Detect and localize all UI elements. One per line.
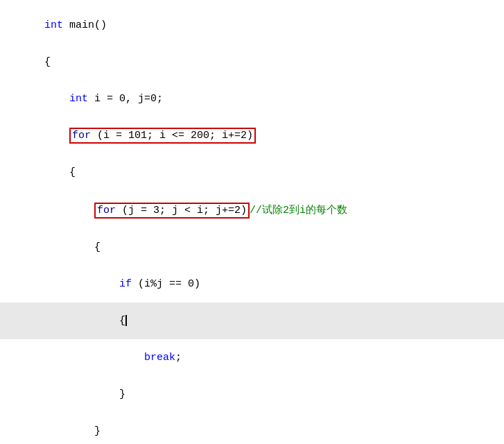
comment-1: //试除2到i的每个数 — [250, 205, 347, 216]
line-content-11: } — [0, 377, 504, 412]
code-line-11: } — [0, 376, 504, 413]
line-content-8: if (i%j == 0) — [0, 266, 504, 302]
line-content-12: } — [0, 413, 504, 444]
for-loop-1-box: for (i = 101; i <= 200; i+=2) — [69, 128, 256, 144]
line-content-1: int main() — [0, 8, 504, 43]
code-line-5: { — [0, 154, 504, 191]
line-content-10: break; — [0, 340, 504, 375]
line-content-4: for (i = 101; i <= 200; i+=2) — [0, 118, 504, 153]
code-line-12: } — [0, 413, 504, 444]
keyword-int: int — [44, 19, 63, 31]
keyword-int2: int — [69, 93, 88, 105]
line-content-6: for (j = 3; j < i; j+=2)//试除2到i的每个数 — [0, 191, 504, 228]
code-line-4: for (i = 101; i <= 200; i+=2) — [0, 117, 504, 154]
code-line-3: int i = 0, j=0; — [0, 80, 504, 117]
line-content-5: { — [0, 155, 504, 190]
code-line-9: { — [0, 302, 504, 339]
line-content-2: { — [0, 44, 504, 80]
line-content-9: { — [0, 303, 504, 339]
keyword-if1: if — [119, 278, 132, 290]
keyword-for2: for — [97, 205, 116, 216]
code-line-1: int main() — [0, 7, 504, 44]
code-line-6: for (j = 3; j < i; j+=2)//试除2到i的每个数 — [0, 191, 504, 229]
code-line-2: { — [0, 44, 504, 80]
code-line-8: if (i%j == 0) — [0, 266, 504, 302]
editor-container: int main() { int i = 0, j=0; for (i = 10… — [0, 0, 504, 444]
for-loop-2-box: for (j = 3; j < i; j+=2) — [94, 203, 250, 219]
code-line-10: break; — [0, 339, 504, 376]
code-line-7: { — [0, 229, 504, 266]
keyword-break: break — [144, 352, 175, 364]
line-content-7: { — [0, 230, 504, 265]
keyword-for1: for — [72, 130, 91, 142]
text-cursor — [125, 315, 127, 326]
line-content-3: int i = 0, j=0; — [0, 81, 504, 117]
